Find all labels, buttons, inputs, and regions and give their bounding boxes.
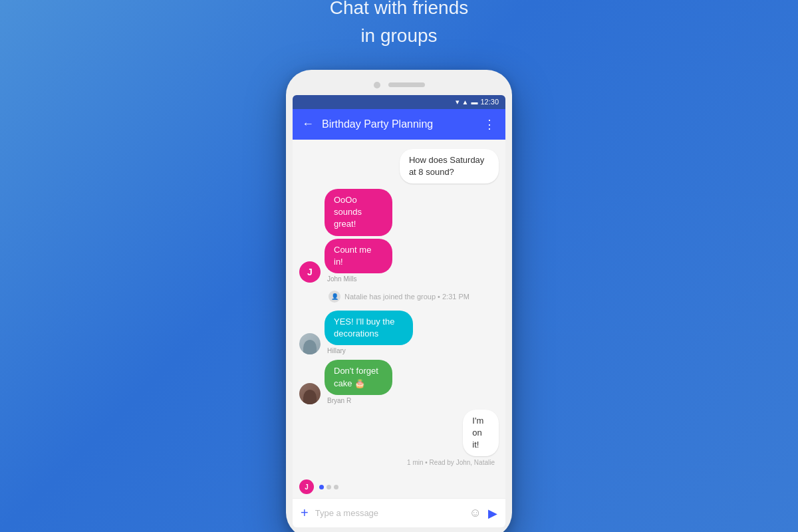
- typing-avatar: J: [299, 479, 314, 494]
- more-button[interactable]: ⋮: [483, 117, 496, 132]
- typing-bar: J: [293, 475, 505, 498]
- typing-dot-2: [327, 485, 331, 489]
- phone-camera: [374, 82, 380, 88]
- sender-hillary: Hillary: [327, 347, 346, 354]
- battery-icon: ▬: [471, 98, 477, 106]
- natalie-joined-text: Natalie has joined the group • 2:31 PM: [344, 293, 469, 301]
- bubble-countme: Count me in!: [325, 239, 392, 273]
- time-display: 12:30: [480, 98, 499, 106]
- chat-area: How does Saturday at 8 sound? J OoOo sou…: [293, 140, 505, 476]
- phone-screen: ▾ ▲ ▬ 12:30 ← Birthday Party Planning ⋮ …: [293, 95, 505, 528]
- phone-speaker: [388, 82, 425, 87]
- bryan-avatar: [299, 383, 321, 404]
- message-row-john: J OoOo sounds great! Count me in! John M…: [299, 189, 499, 283]
- send-button[interactable]: ▶: [488, 506, 497, 521]
- typing-dot-1: [319, 485, 324, 489]
- message-row-imonit: I'm on it!: [299, 410, 499, 457]
- message-row-hillary: YES! I'll buy the decorations Hillary: [299, 311, 499, 354]
- sender-john: John Mills: [327, 275, 356, 283]
- system-message-natalie: 👤 Natalie has joined the group • 2:31 PM: [299, 291, 499, 303]
- emoji-button[interactable]: ☺: [469, 506, 481, 520]
- hillary-avatar: [299, 333, 321, 354]
- bubble-bryan: Don't forget cake 🎂: [325, 360, 392, 394]
- headline: Chat with friends in groups: [330, 0, 469, 50]
- wifi-icon: ▾: [456, 98, 460, 106]
- bubble-saturday: How does Saturday at 8 sound?: [400, 149, 499, 184]
- signal-icon: ▲: [462, 98, 469, 106]
- back-button[interactable]: ←: [302, 117, 314, 131]
- message-row-1: How does Saturday at 8 sound?: [299, 149, 499, 184]
- input-bar: + Type a message ☺ ▶: [293, 498, 505, 527]
- natalie-system-avatar: 👤: [329, 291, 340, 303]
- chat-title: Birthday Party Planning: [322, 118, 475, 130]
- message-input-placeholder[interactable]: Type a message: [315, 508, 463, 518]
- bubble-hillary: YES! I'll buy the decorations: [325, 311, 413, 345]
- phone-shell: ▾ ▲ ▬ 12:30 ← Birthday Party Planning ⋮ …: [286, 70, 512, 532]
- status-bar: ▾ ▲ ▬ 12:30: [293, 95, 505, 109]
- typing-dot-3: [334, 485, 338, 489]
- bubble-oooo: OoOo sounds great!: [325, 189, 392, 236]
- app-bar: ← Birthday Party Planning ⋮: [293, 109, 505, 140]
- message-row-bryan: Don't forget cake 🎂 Bryan R: [299, 360, 499, 404]
- read-status: 1 min • Read by John, Natalie: [299, 459, 495, 466]
- john-avatar: J: [299, 261, 321, 283]
- bubble-imonit: I'm on it!: [463, 410, 499, 457]
- sender-bryan: Bryan R: [327, 397, 351, 404]
- add-attachment-button[interactable]: +: [301, 505, 309, 521]
